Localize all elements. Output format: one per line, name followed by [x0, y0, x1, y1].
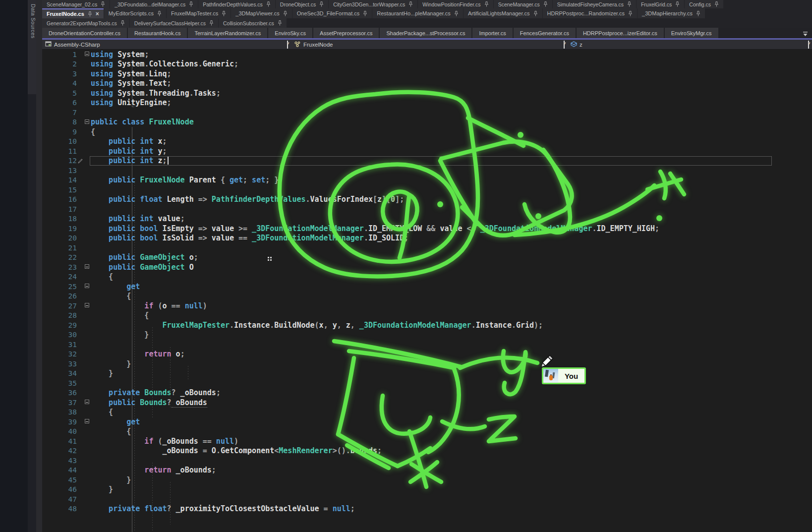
editor-tab[interactable]: EnviroSkyMgr.cs: [665, 28, 718, 38]
editor-tab[interactable]: SceneManager.cs: [494, 0, 552, 8]
pin-icon[interactable]: [627, 1, 632, 7]
pin-icon[interactable]: [209, 20, 214, 26]
pin-icon[interactable]: [266, 1, 271, 7]
fold-toggle[interactable]: [84, 417, 91, 427]
editor-tab[interactable]: AssetPreprocessor.cs: [313, 28, 379, 38]
fold-toggle[interactable]: [84, 485, 91, 495]
fold-toggle[interactable]: [84, 79, 91, 89]
editor-tab[interactable]: WindowPositionFinder.cs: [418, 0, 493, 8]
fold-toggle[interactable]: [84, 262, 91, 272]
pin-icon[interactable]: [120, 20, 125, 26]
editor-tab[interactable]: SimulatedFisheyeCamera.cs: [553, 0, 636, 8]
fold-toggle[interactable]: [84, 446, 91, 456]
fold-toggle[interactable]: [84, 475, 91, 485]
fold-toggle[interactable]: [84, 320, 91, 330]
pin-icon[interactable]: [189, 1, 193, 7]
fold-toggle[interactable]: [84, 330, 91, 340]
pin-icon[interactable]: [454, 11, 459, 16]
fold-toggle[interactable]: [84, 195, 91, 205]
fold-toggle[interactable]: [84, 282, 91, 292]
fold-toggle[interactable]: [84, 243, 91, 253]
fold-toggle[interactable]: [84, 137, 91, 147]
pin-icon[interactable]: [88, 11, 92, 17]
fold-toggle[interactable]: [84, 224, 91, 234]
editor-tab[interactable]: _3DMapViewer.cs: [231, 8, 291, 18]
fold-toggle[interactable]: [84, 214, 91, 224]
fold-toggle[interactable]: [84, 378, 91, 388]
editor-tab[interactable]: CollisionSubscriber.cs: [219, 18, 287, 28]
tab-overflow-icon[interactable]: [803, 30, 808, 39]
pin-icon[interactable]: [484, 1, 489, 7]
fold-toggle[interactable]: [84, 98, 91, 108]
editor-tab[interactable]: DeliverySurfaceClassHelper.cs: [130, 18, 218, 28]
fold-toggle[interactable]: [84, 398, 91, 408]
fold-toggle[interactable]: [84, 156, 91, 166]
fold-toggle[interactable]: [84, 427, 91, 437]
project-dropdown[interactable]: Assembly-CSharp ▾: [42, 40, 291, 49]
fold-toggle[interactable]: [84, 292, 91, 301]
fold-toggle[interactable]: [84, 388, 91, 398]
editor-tab[interactable]: EnviroSky.cs: [268, 28, 312, 38]
editor-tab[interactable]: Config.cs: [685, 0, 723, 8]
editor-tab[interactable]: RestaurantHook.cs: [128, 28, 187, 38]
code-editor[interactable]: 1 using System; 2 using System.Collectio…: [42, 50, 812, 532]
fold-toggle[interactable]: [84, 166, 91, 176]
editor-tab[interactable]: ArtificialLightsManager.cs: [464, 8, 542, 18]
fold-toggle[interactable]: [84, 118, 91, 127]
fold-toggle[interactable]: [84, 234, 91, 243]
editor-tab[interactable]: Generator2ExportMapTools.cs: [42, 18, 129, 28]
fold-toggle[interactable]: [84, 340, 91, 350]
fold-toggle[interactable]: [84, 146, 91, 156]
editor-tab[interactable]: RestaurantHo...pleManager.cs: [372, 8, 463, 18]
editor-tab[interactable]: OneSec3D_FileFormat.cs: [292, 8, 372, 18]
fold-toggle[interactable]: [84, 253, 91, 263]
pin-icon[interactable]: [714, 1, 719, 7]
pin-icon[interactable]: [675, 1, 680, 7]
pin-icon[interactable]: [157, 11, 162, 16]
fold-toggle[interactable]: [84, 272, 91, 282]
member-dropdown[interactable]: z ▾: [568, 40, 812, 49]
fold-toggle[interactable]: [84, 408, 91, 417]
fold-toggle[interactable]: [84, 369, 91, 379]
editor-tab[interactable]: _3DFoundatio...delManager.cs: [110, 0, 198, 8]
editor-tab[interactable]: HDRPPostproce...izerEditor.cs: [577, 28, 664, 38]
close-icon[interactable]: ×: [96, 11, 99, 17]
fold-toggle[interactable]: [84, 204, 91, 214]
fold-toggle[interactable]: [84, 127, 91, 137]
pin-icon[interactable]: [533, 11, 538, 16]
pin-icon[interactable]: [363, 11, 367, 16]
type-dropdown[interactable]: FruxelNode ▾: [291, 40, 568, 49]
fold-toggle[interactable]: [84, 69, 91, 79]
pin-icon[interactable]: [319, 1, 324, 7]
pin-icon[interactable]: [278, 20, 282, 26]
editor-tab[interactable]: CityGen3DGen...torWrapper.cs: [329, 0, 417, 8]
editor-tab[interactable]: SceneManager_02.cs: [42, 0, 110, 8]
fold-toggle[interactable]: [84, 311, 91, 321]
editor-tab[interactable]: PathfinderDepthValues.cs: [198, 0, 275, 8]
fold-toggle[interactable]: [84, 176, 91, 185]
editor-tab[interactable]: DroneObject.cs: [276, 0, 328, 8]
fold-toggle[interactable]: [84, 59, 91, 69]
pin-icon[interactable]: [101, 1, 105, 7]
editor-tab[interactable]: FencesGenerator.cs: [514, 28, 576, 38]
pin-icon[interactable]: [408, 1, 413, 7]
fold-toggle[interactable]: [84, 456, 91, 466]
fold-toggle[interactable]: [84, 350, 91, 359]
editor-tab[interactable]: MyEditorScripts.cs: [104, 8, 166, 18]
fold-toggle[interactable]: [84, 301, 91, 311]
fold-toggle[interactable]: [84, 494, 91, 504]
editor-tab[interactable]: FruxelGrid.cs: [637, 0, 684, 8]
editor-tab[interactable]: Importer.cs: [472, 28, 512, 38]
fold-toggle[interactable]: [84, 88, 91, 98]
pin-icon[interactable]: [222, 11, 226, 16]
fold-toggle[interactable]: [84, 436, 91, 446]
fold-toggle[interactable]: [84, 466, 91, 475]
fold-toggle[interactable]: [84, 108, 91, 118]
editor-tab[interactable]: FruxelNode.cs ×: [42, 8, 104, 18]
pin-icon[interactable]: [543, 1, 548, 7]
pin-icon[interactable]: [696, 11, 700, 16]
data-sources-vertical-tab[interactable]: Data Sources: [28, 0, 36, 94]
fold-toggle[interactable]: [84, 504, 91, 514]
editor-tab[interactable]: FruxelMapTester.cs: [167, 8, 231, 18]
fold-toggle[interactable]: [84, 359, 91, 369]
